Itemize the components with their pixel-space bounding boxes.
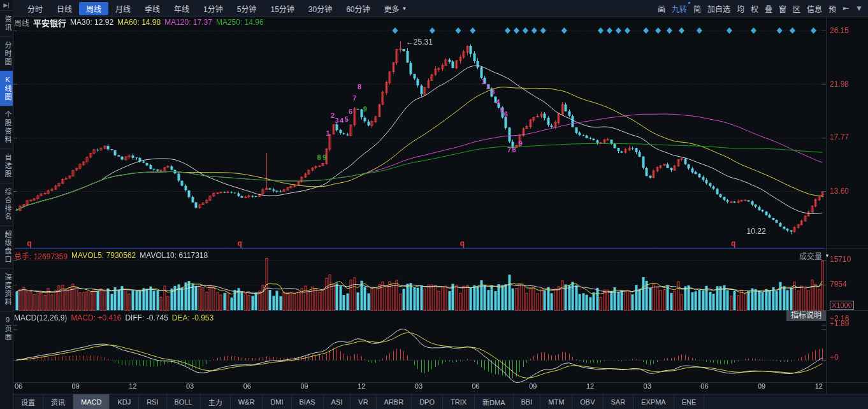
- sidebar-item-4[interactable]: 自选股: [0, 148, 13, 183]
- indicator-tab-21[interactable]: ENE: [674, 394, 705, 409]
- period-tab-group: 分时日线周线月线季线年线1分钟5分钟15分钟30分钟60分钟: [13, 2, 377, 15]
- sidebar-item-5[interactable]: 综合排名: [0, 183, 13, 226]
- indicator-tab-0[interactable]: 设置: [13, 394, 43, 409]
- period-tab-3[interactable]: 月线: [108, 2, 138, 15]
- period-tab-5[interactable]: 年线: [167, 2, 196, 15]
- tool-item-5[interactable]: 权: [751, 3, 758, 14]
- tool-item-0[interactable]: 画: [658, 3, 665, 14]
- indicator-tab-18[interactable]: OBV: [572, 394, 603, 409]
- drawing-tool-group: 画九转简加自选均权叠窗区信息预⇤▼: [658, 3, 868, 14]
- more-periods-button[interactable]: 更多 ▼: [377, 2, 414, 15]
- tool-item-2[interactable]: 简: [693, 3, 701, 14]
- chevron-down-icon[interactable]: ▼: [855, 4, 863, 13]
- indicator-tab-16[interactable]: BBI: [514, 394, 541, 409]
- indicator-tab-15[interactable]: 新DMA: [475, 394, 513, 409]
- kline-canvas[interactable]: [13, 17, 868, 394]
- indicator-tab-4[interactable]: RSI: [139, 394, 166, 409]
- sidebar-item-6[interactable]: 超级盘口: [0, 226, 13, 268]
- period-tab-10[interactable]: 60分钟: [339, 2, 377, 15]
- period-tab-8[interactable]: 15分钟: [263, 2, 301, 15]
- chart-area: 周线 平安银行 MA30: 12.92 MA60: 14.98 MA120: 1…: [13, 17, 868, 394]
- sidebar-item-1[interactable]: 分时图: [0, 36, 13, 71]
- indicator-tab-9[interactable]: BIAS: [292, 394, 324, 409]
- period-tab-1[interactable]: 日线: [50, 2, 79, 15]
- tool-item-7[interactable]: 窗: [779, 3, 786, 14]
- indicator-tab-bar: 设置资讯MACDKDJRSIBOLL主力W&RDMIBIASASIVRARBRD…: [13, 394, 868, 409]
- indicator-tab-2[interactable]: MACD: [73, 394, 110, 409]
- sidebar-item-0[interactable]: 资讯: [0, 10, 13, 36]
- tool-item-8[interactable]: 区: [793, 3, 800, 14]
- period-tab-6[interactable]: 1分钟: [196, 2, 230, 15]
- indicator-tab-3[interactable]: KDJ: [110, 394, 139, 409]
- indicator-tab-8[interactable]: DMI: [263, 394, 291, 409]
- sidebar-item-7[interactable]: 深度资料: [0, 268, 13, 311]
- indicator-tab-12[interactable]: ARBR: [377, 394, 412, 409]
- period-tab-9[interactable]: 30分钟: [301, 2, 339, 15]
- stock-app-window: ▶| 资讯分时图K线图个股资料自选股综合排名超级盘口深度资料9页面 分时日线周线…: [0, 0, 868, 409]
- indicator-help-tooltip[interactable]: 指标说明: [786, 310, 826, 321]
- indicator-tab-11[interactable]: VR: [351, 394, 376, 409]
- tool-item-9[interactable]: 信息: [807, 3, 822, 14]
- period-tab-0[interactable]: 分时: [20, 2, 50, 15]
- indicator-tab-13[interactable]: DPO: [412, 394, 443, 409]
- indicator-tab-6[interactable]: 主力: [201, 394, 231, 409]
- indicator-tab-14[interactable]: TRIX: [443, 394, 475, 409]
- sidebar-item-3[interactable]: 个股资料: [0, 106, 13, 148]
- collapse-sidebar-icon[interactable]: ▶|: [3, 0, 9, 10]
- tool-item-3[interactable]: 加自选: [707, 3, 730, 14]
- left-sidebar: ▶| 资讯分时图K线图个股资料自选股综合排名超级盘口深度资料9页面: [0, 0, 13, 409]
- tool-item-4[interactable]: 均: [737, 3, 744, 14]
- indicator-tab-20[interactable]: EXPMA: [633, 394, 674, 409]
- volume-indicator-dropdown[interactable]: 成交量 ▼: [799, 250, 830, 261]
- chevron-down-icon: ▼: [825, 253, 830, 259]
- indicator-tab-7[interactable]: W&R: [231, 394, 263, 409]
- indicator-tab-5[interactable]: BOLL: [167, 394, 201, 409]
- indicator-tab-19[interactable]: SAR: [604, 394, 634, 409]
- period-tab-4[interactable]: 季线: [138, 2, 167, 15]
- tool-item-1[interactable]: 九转: [672, 3, 687, 14]
- volume-dropdown-label: 成交量: [799, 250, 822, 261]
- jump-left-icon[interactable]: ⇤: [843, 4, 849, 13]
- more-label: 更多: [384, 3, 400, 14]
- indicator-tab-1[interactable]: 资讯: [43, 394, 73, 409]
- top-toolbar: 分时日线周线月线季线年线1分钟5分钟15分钟30分钟60分钟 更多 ▼ 画九转简…: [13, 0, 868, 17]
- chevron-down-icon: ▼: [402, 6, 407, 11]
- period-tab-7[interactable]: 5分钟: [230, 2, 264, 15]
- sidebar-item-2[interactable]: K线图: [0, 71, 13, 106]
- indicator-tab-10[interactable]: ASI: [324, 394, 351, 409]
- sidebar-item-8[interactable]: 9页面: [0, 311, 13, 346]
- indicator-tab-17[interactable]: MTM: [540, 394, 572, 409]
- tool-item-10[interactable]: 预: [828, 3, 836, 14]
- period-tab-2[interactable]: 周线: [79, 2, 108, 15]
- tool-item-6[interactable]: 叠: [765, 3, 772, 14]
